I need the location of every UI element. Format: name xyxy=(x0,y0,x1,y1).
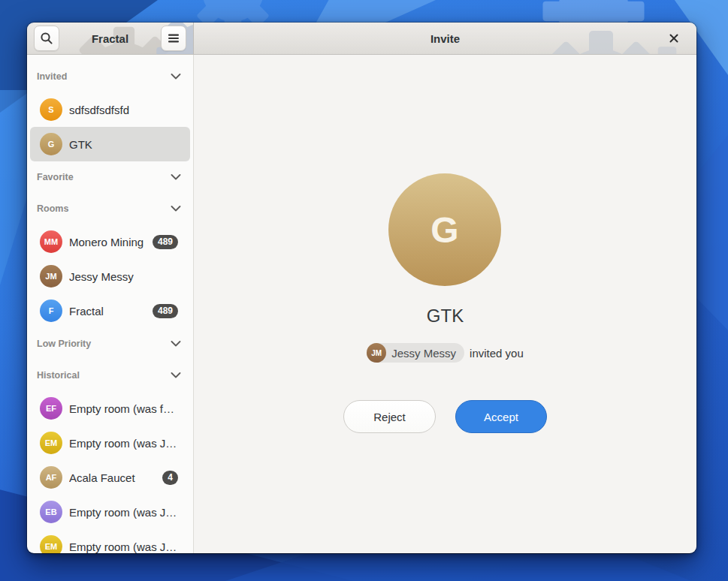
chevron-down-icon[interactable] xyxy=(171,74,181,80)
list-item[interactable]: F Fractal 489 xyxy=(30,294,190,328)
list-item[interactable]: EM Empty room (was Jes… xyxy=(30,529,190,553)
invite-headerbar: Invite xyxy=(194,23,696,55)
avatar-initials: G xyxy=(48,140,55,149)
list-item[interactable]: EB Empty room (was Jes… xyxy=(30,495,190,529)
section-label: Rooms xyxy=(37,203,68,214)
sidebar-section-rooms[interactable]: Rooms xyxy=(27,193,193,224)
avatar-initials: S xyxy=(48,105,53,114)
room-name: Jessy Messy xyxy=(69,270,178,283)
invite-pane: G GTK JM Jessy Messy invited you Reject … xyxy=(194,55,696,553)
inviter-line: JM Jessy Messy invited you xyxy=(194,343,696,363)
accept-button[interactable]: Accept xyxy=(455,400,547,433)
section-label: Historical xyxy=(37,370,80,381)
sidebar-title: Fractal xyxy=(64,32,156,45)
invite-actions: Reject Accept xyxy=(194,400,696,433)
avatar: EB xyxy=(40,501,62,523)
search-button[interactable] xyxy=(34,26,59,51)
sidebar-headerbar: Fractal xyxy=(27,23,194,55)
unread-badge: 489 xyxy=(153,304,178,318)
room-name: Empty room (was Jes… xyxy=(69,437,178,450)
room-avatar: G xyxy=(388,173,501,286)
gear-icon xyxy=(537,29,665,55)
main-menu-button[interactable] xyxy=(161,26,186,51)
room-name: Acala Faucet xyxy=(69,471,156,484)
inviter-avatar: JM xyxy=(367,343,386,363)
close-icon xyxy=(669,34,678,43)
avatar-initials: EM xyxy=(45,438,58,447)
chevron-down-icon[interactable] xyxy=(171,206,181,212)
chevron-down-icon[interactable] xyxy=(171,341,181,347)
avatar-initials: EF xyxy=(46,404,56,413)
page-title: Invite xyxy=(430,32,460,45)
list-item[interactable]: MM Monero Mining 489 xyxy=(30,224,190,259)
list-item[interactable]: S sdfsdfsdfsfd xyxy=(30,92,190,127)
sidebar-section-invited[interactable]: Invited xyxy=(27,61,193,92)
avatar: EF xyxy=(40,397,62,420)
search-icon xyxy=(40,32,53,45)
avatar: F xyxy=(40,300,62,322)
section-label: Invited xyxy=(37,71,67,82)
avatar: MM xyxy=(40,230,62,253)
list-item[interactable]: JM Jessy Messy xyxy=(30,259,190,294)
section-label: Low Priority xyxy=(37,339,91,349)
room-name: Empty room (was frac… xyxy=(69,402,178,415)
sidebar-section-favorite[interactable]: Favorite xyxy=(27,161,193,193)
list-item-selected[interactable]: G GTK xyxy=(30,127,190,161)
room-title: GTK xyxy=(194,306,696,327)
hamburger-menu-icon xyxy=(168,34,180,43)
sidebar-section-low-priority[interactable]: Low Priority xyxy=(27,328,193,360)
room-list: Invited S sdfsdfsdfsfd G GTK Favorite Ro… xyxy=(27,55,194,553)
avatar-initials: MM xyxy=(44,237,58,246)
unread-badge: 4 xyxy=(162,471,178,485)
avatar: G xyxy=(40,133,62,155)
inviter-name: Jessy Messy xyxy=(391,347,456,360)
close-window-button[interactable] xyxy=(662,23,686,54)
list-item[interactable]: AF Acala Faucet 4 xyxy=(30,460,190,495)
inviter-pill: JM Jessy Messy xyxy=(367,343,464,363)
avatar-initials: AF xyxy=(46,473,57,482)
room-name: Monero Mining xyxy=(69,236,146,248)
avatar-initials: EB xyxy=(45,507,56,516)
room-name: sdfsdfsdfsfd xyxy=(69,104,178,116)
avatar-initials: F xyxy=(49,306,54,315)
room-avatar-initial: G xyxy=(430,209,458,251)
list-item[interactable]: EM Empty room (was Jes… xyxy=(30,426,190,460)
avatar: EM xyxy=(40,535,62,553)
chevron-down-icon[interactable] xyxy=(171,372,181,378)
avatar-initials: JM xyxy=(371,349,382,357)
avatar: S xyxy=(40,98,62,121)
list-item[interactable]: EF Empty room (was frac… xyxy=(30,391,190,426)
fractal-window: Fractal Invite Invited S sdfsdfs xyxy=(27,23,696,553)
avatar: AF xyxy=(40,466,62,489)
invited-you-text: invited you xyxy=(470,347,524,360)
avatar-initials: EM xyxy=(45,542,58,551)
room-name: Empty room (was Jes… xyxy=(69,506,178,519)
avatar: JM xyxy=(40,265,62,287)
reject-button[interactable]: Reject xyxy=(343,400,436,433)
chevron-down-icon[interactable] xyxy=(171,174,181,180)
room-name: Fractal xyxy=(69,305,146,318)
avatar-initials: JM xyxy=(45,272,56,281)
section-label: Favorite xyxy=(37,172,74,182)
room-name: GTK xyxy=(69,138,178,151)
avatar: EM xyxy=(40,432,62,454)
sidebar-section-historical[interactable]: Historical xyxy=(27,360,193,391)
unread-badge: 489 xyxy=(153,235,178,249)
room-name: Empty room (was Jes… xyxy=(69,540,178,553)
